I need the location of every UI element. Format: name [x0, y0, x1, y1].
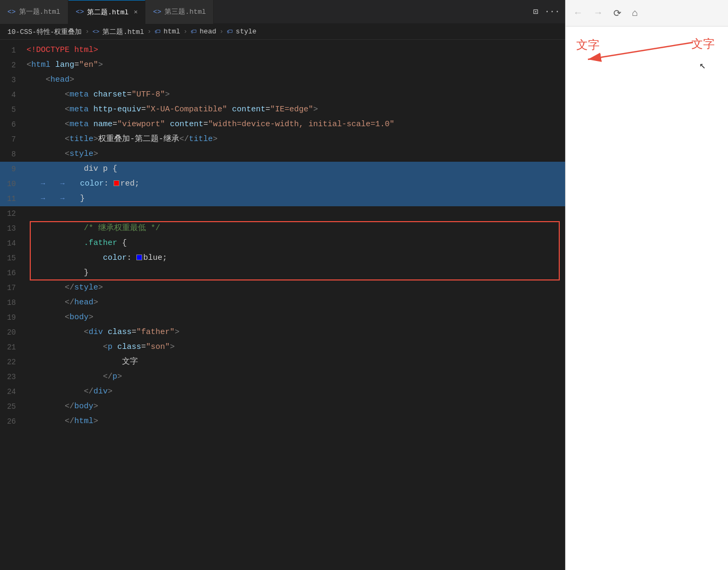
browser-panel: ← → ⟳ ⌂ 文字 文字 ↖: [565, 0, 728, 570]
more-actions-icon[interactable]: ···: [544, 7, 560, 16]
code-line-1: 1 <!DOCTYPE html>: [0, 43, 565, 58]
line-num-19: 19: [0, 310, 27, 325]
browser-home-button[interactable]: ⌂: [631, 6, 639, 20]
code-line-13: 13 /* 继承权重最低 */: [0, 221, 565, 236]
line-content-16: }: [27, 266, 565, 280]
breadcrumb-tag-icon-1: 🏷: [154, 28, 160, 35]
code-line-11: 11 → → }: [0, 191, 565, 206]
line-num-11: 11: [0, 191, 27, 206]
line-content-19: <body>: [27, 310, 565, 325]
tab-third[interactable]: <> 第三题.html: [145, 0, 214, 24]
line-num-4: 4: [0, 87, 27, 102]
line-num-17: 17: [0, 280, 27, 295]
code-line-9: 9 div p {: [0, 162, 565, 177]
browser-back-button[interactable]: ←: [572, 6, 584, 20]
browser-content: 文字 文字 ↖: [566, 27, 728, 570]
color-swatch-blue: [136, 255, 142, 260]
line-num-15: 15: [0, 251, 27, 266]
line-num-8: 8: [0, 147, 27, 162]
breadcrumb-sep-3: ›: [183, 28, 187, 36]
line-content-20: <div class="father">: [27, 325, 565, 340]
line-num-25: 25: [0, 399, 27, 414]
line-num-1: 1: [0, 43, 27, 58]
code-line-24: 24 </div>: [0, 384, 565, 399]
breadcrumb-html: html: [163, 28, 180, 36]
line-content-18: </head>: [27, 295, 565, 310]
line-num-18: 18: [0, 295, 27, 310]
preview-text: 文字: [576, 37, 717, 53]
line-num-3: 3: [0, 73, 27, 87]
code-line-4: 4 <meta charset="UTF-8">: [0, 87, 565, 102]
line-num-22: 22: [0, 355, 27, 370]
breadcrumb-file: 第二题.html: [102, 27, 144, 37]
code-line-25: 25 </body>: [0, 399, 565, 414]
line-content-21: <p class="son">: [27, 340, 565, 355]
line-num-2: 2: [0, 58, 27, 73]
tab-label-2: 第二题.html: [87, 7, 128, 17]
code-line-23: 23 </p>: [0, 370, 565, 384]
tab-first[interactable]: <> 第一题.html: [0, 0, 68, 24]
browser-toolbar: ← → ⟳ ⌂: [566, 0, 728, 27]
color-swatch-red: [114, 180, 119, 186]
line-content-23: </p>: [27, 370, 565, 384]
annotation-overlay: 文字 ↖: [566, 27, 728, 570]
tab-icon-2: <>: [76, 8, 84, 16]
line-content-14: .father {: [27, 236, 565, 251]
tab-icon-3: <>: [153, 8, 161, 16]
browser-refresh-button[interactable]: ⟳: [612, 6, 622, 20]
line-content-9: div p {: [27, 162, 565, 177]
tab-icon-1: <>: [7, 8, 16, 16]
code-line-21: 21 <p class="son">: [0, 340, 565, 355]
line-content-5: <meta http-equiv="X-UA-Compatible" conte…: [27, 102, 565, 117]
breadcrumb-tag-icon-2: 🏷: [190, 28, 196, 35]
breadcrumb-style: style: [236, 28, 256, 36]
breadcrumb-sep-2: ›: [147, 28, 151, 36]
line-content-24: </div>: [27, 384, 565, 399]
line-content-12: [27, 206, 565, 221]
line-content-11: → → }: [27, 191, 565, 206]
code-line-5: 5 <meta http-equiv="X-UA-Compatible" con…: [0, 102, 565, 117]
code-line-7: 7 <title>权重叠加-第二题-继承</title>: [0, 132, 565, 147]
tab-close-2[interactable]: ✕: [134, 8, 137, 16]
code-line-10: 10 → → color: red;: [0, 177, 565, 191]
code-line-26: 26 </html>: [0, 414, 565, 429]
line-content-2: <html lang="en">: [27, 58, 565, 73]
line-num-10: 10: [0, 177, 27, 191]
line-content-15: color: blue;: [27, 251, 565, 266]
line-num-5: 5: [0, 102, 27, 117]
split-editor-icon[interactable]: ⊡: [533, 6, 539, 17]
code-line-22: 22 文字: [0, 355, 565, 370]
code-line-8: 8 <style>: [0, 147, 565, 162]
breadcrumb-folder: 10-CSS-特性-权重叠加: [7, 27, 82, 37]
code-area[interactable]: 1 <!DOCTYPE html> 2 <html lang="en"> 3 <…: [0, 40, 565, 570]
breadcrumb: 10-CSS-特性-权重叠加 › <> 第二题.html › 🏷 html › …: [0, 24, 565, 40]
editor-panel: <> 第一题.html <> 第二题.html ✕ <> 第三题.html ⊡ …: [0, 0, 565, 570]
code-line-19: 19 <body>: [0, 310, 565, 325]
cursor-icon: ↖: [699, 58, 706, 72]
line-content-4: <meta charset="UTF-8">: [27, 87, 565, 102]
browser-forward-button[interactable]: →: [592, 6, 604, 20]
code-line-6: 6 <meta name="viewport" content="width=d…: [0, 117, 565, 132]
line-content-26: </html>: [27, 414, 565, 429]
line-content-13: /* 继承权重最低 */: [27, 221, 565, 236]
code-line-18: 18 </head>: [0, 295, 565, 310]
line-content-3: <head>: [27, 73, 565, 87]
line-content-8: <style>: [27, 147, 565, 162]
tab-label-1: 第一题.html: [19, 7, 60, 16]
tab-bar: <> 第一题.html <> 第二题.html ✕ <> 第三题.html ⊡ …: [0, 0, 565, 24]
line-content-1: <!DOCTYPE html>: [27, 43, 565, 58]
code-line-2: 2 <html lang="en">: [0, 58, 565, 73]
line-num-6: 6: [0, 117, 27, 132]
code-line-15: 15 color: blue;: [0, 251, 565, 266]
line-num-16: 16: [0, 266, 27, 280]
breadcrumb-tag-icon-3: 🏷: [227, 28, 232, 35]
line-num-23: 23: [0, 370, 27, 384]
tab-second[interactable]: <> 第二题.html ✕: [68, 0, 146, 24]
line-num-9: 9: [0, 162, 27, 177]
tab-bar-actions: ⊡ ···: [533, 6, 565, 17]
breadcrumb-head: head: [200, 28, 216, 36]
line-num-7: 7: [0, 132, 27, 147]
code-line-3: 3 <head>: [0, 73, 565, 87]
breadcrumb-sep-4: ›: [220, 28, 224, 36]
red-box-section: 13 /* 继承权重最低 */ 14 .father { 15 color: b…: [0, 221, 565, 280]
